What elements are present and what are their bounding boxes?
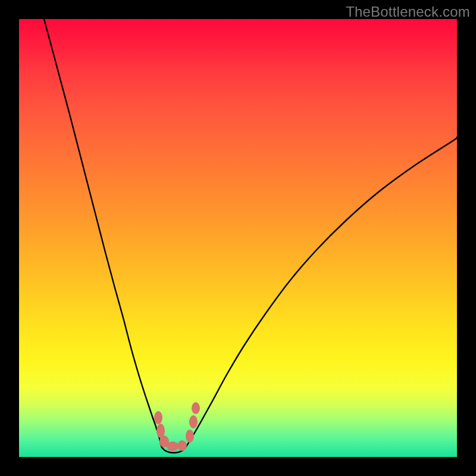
- valley-marker: [192, 402, 200, 414]
- plot-area: [19, 19, 457, 457]
- valley-marker: [154, 411, 162, 424]
- curve-path: [44, 19, 457, 453]
- valley-marker: [167, 441, 178, 451]
- valley-marker: [189, 415, 198, 428]
- bottleneck-curve: [19, 19, 457, 457]
- valley-marker: [177, 440, 187, 451]
- watermark-text: TheBottleneck.com: [346, 4, 470, 20]
- valley-marker: [186, 430, 194, 443]
- chart-frame: TheBottleneck.com: [0, 0, 476, 476]
